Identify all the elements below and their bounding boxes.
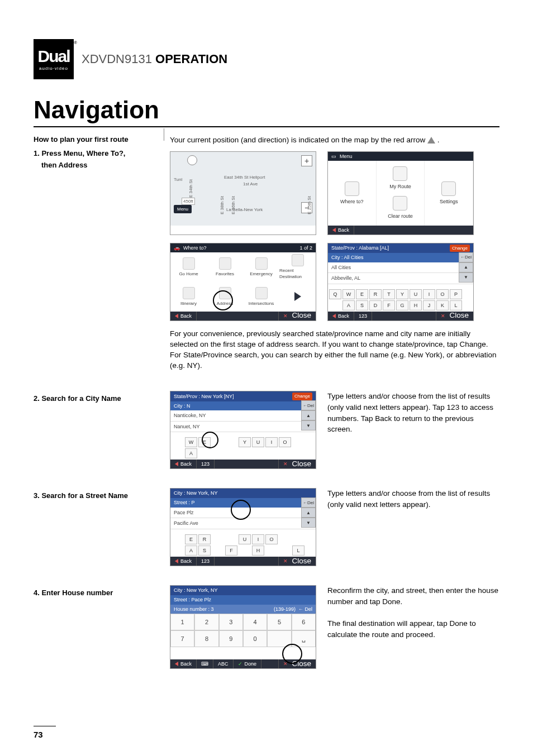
street-123-button[interactable]: 123 — [197, 557, 215, 566]
key[interactable]: R — [369, 289, 382, 299]
key[interactable]: F — [225, 546, 237, 556]
key[interactable]: A — [185, 448, 197, 458]
key[interactable]: Y — [396, 289, 408, 299]
whereto-favorites[interactable]: Favorites — [207, 252, 243, 282]
key[interactable]: H — [252, 546, 264, 556]
state-close-button[interactable]: Close — [436, 312, 473, 320]
state-back-button[interactable]: Back — [328, 312, 354, 320]
numkey[interactable]: 5 — [267, 614, 291, 630]
list-item[interactable]: Pacific Ave — [170, 518, 316, 529]
numkey[interactable]: 2 — [194, 614, 218, 630]
house-close-button[interactable]: Close — [278, 659, 316, 668]
del-button[interactable]: ← Del — [301, 497, 316, 508]
key[interactable]: S — [198, 546, 211, 556]
key[interactable]: O — [265, 534, 278, 544]
key[interactable]: E — [356, 289, 368, 299]
key[interactable]: U — [252, 437, 264, 447]
key[interactable]: S — [356, 300, 368, 310]
list-item[interactable]: All Cities — [328, 262, 473, 274]
whereto-itinerary[interactable]: Itinerary — [170, 282, 207, 312]
key[interactable]: R — [198, 534, 211, 544]
list-item[interactable]: Abbeville, AL — [328, 273, 473, 284]
left-col-1: How to plan your first route 1. Press Me… — [34, 135, 156, 385]
house-back-button[interactable]: Back — [170, 659, 197, 668]
compass-icon[interactable] — [187, 155, 197, 165]
del-button[interactable]: ← Del — [459, 252, 473, 262]
key[interactable]: W — [342, 289, 355, 299]
numkey[interactable]: 1 — [170, 614, 194, 630]
right-col-1: Your current position (and direction) is… — [170, 135, 499, 385]
city-back-button[interactable]: Back — [170, 460, 197, 468]
key[interactable]: J — [423, 300, 435, 310]
state-123-button[interactable]: 123 — [354, 312, 372, 320]
whereto-emergency[interactable]: Emergency — [243, 252, 279, 282]
numkey-space[interactable]: ␣ — [292, 630, 316, 647]
scroll-up-button[interactable]: ▲ — [301, 508, 316, 518]
key[interactable]: I — [423, 289, 435, 299]
numkey[interactable]: 3 — [219, 614, 243, 630]
whereto-intersections[interactable]: Intersections — [243, 282, 279, 312]
map-label-tunl: Tunl — [174, 176, 182, 183]
key[interactable]: G — [396, 300, 408, 310]
list-item[interactable]: Nanuet, NY — [170, 422, 316, 433]
key[interactable]: Y — [239, 437, 251, 447]
red-arrow-icon — [427, 137, 435, 143]
key[interactable]: O — [279, 437, 291, 447]
key[interactable]: I — [265, 437, 278, 447]
numkey[interactable]: 7 — [170, 630, 194, 647]
key[interactable]: K — [436, 300, 449, 310]
list-item[interactable]: Nanticoke, NY — [170, 410, 316, 422]
house-kb-button[interactable]: ⌨ — [197, 659, 213, 668]
key[interactable]: Q — [329, 289, 341, 299]
street-close-button[interactable]: Close — [278, 557, 316, 566]
del-button[interactable]: ← Del — [301, 400, 316, 410]
map-menu-button[interactable]: Menu — [174, 205, 192, 213]
scroll-down-button[interactable]: ▼ — [301, 420, 316, 430]
menu-back-button[interactable]: Back — [328, 226, 354, 235]
house-done-button[interactable]: ✓ Done — [234, 659, 262, 668]
city-123-button[interactable]: 123 — [197, 460, 215, 468]
key[interactable]: E — [185, 534, 197, 544]
numkey[interactable]: 6 — [292, 614, 316, 630]
key[interactable]: E — [198, 437, 211, 447]
street-back-button[interactable]: Back — [170, 557, 197, 566]
list-item[interactable]: Pace Plz — [170, 508, 316, 519]
scroll-down-button[interactable]: ▼ — [459, 272, 473, 283]
change-button[interactable]: Change — [292, 393, 312, 400]
menu-item-settings[interactable]: Settings — [425, 161, 473, 226]
key[interactable]: P — [450, 289, 462, 299]
key[interactable]: L — [292, 546, 304, 556]
numkey[interactable]: 8 — [194, 630, 218, 647]
key[interactable]: O — [436, 289, 449, 299]
whereto-next[interactable] — [279, 282, 316, 312]
key[interactable]: H — [410, 300, 422, 310]
key[interactable]: A — [185, 546, 197, 556]
scroll-up-button[interactable]: ▲ — [301, 410, 316, 420]
whereto-recent[interactable]: Recent Destination — [279, 252, 316, 282]
city-close-button[interactable]: Close — [278, 460, 316, 468]
whereto-gohome[interactable]: Go Home — [170, 252, 207, 282]
numkey[interactable]: 9 — [219, 630, 243, 647]
key[interactable]: F — [383, 300, 395, 310]
scroll-down-button[interactable]: ▼ — [301, 518, 316, 528]
numkey[interactable]: 0 — [243, 630, 267, 647]
key[interactable]: U — [410, 289, 422, 299]
key[interactable]: D — [369, 300, 382, 310]
numkey[interactable]: 4 — [243, 614, 267, 630]
zoom-in-button[interactable]: + — [301, 155, 312, 166]
key[interactable]: U — [239, 534, 251, 544]
whereto-back-button[interactable]: Back — [170, 312, 197, 320]
menu-item-whereto[interactable]: Where to? — [328, 161, 377, 226]
menu-item-myroute[interactable]: My RouteClear route — [377, 161, 425, 226]
scroll-up-button[interactable]: ▲ — [459, 262, 473, 272]
key[interactable]: I — [252, 534, 264, 544]
house-abc-button[interactable]: ABC — [213, 659, 234, 668]
whereto-address[interactable]: Address — [207, 282, 243, 312]
key[interactable]: L — [450, 300, 462, 310]
key[interactable]: A — [342, 300, 355, 310]
convenience-paragraph: For your convenience, previously searche… — [170, 329, 499, 371]
whereto-close-button[interactable]: Close — [278, 312, 316, 320]
change-button[interactable]: Change — [450, 245, 470, 252]
key[interactable]: T — [383, 289, 395, 299]
key[interactable]: W — [185, 437, 197, 447]
